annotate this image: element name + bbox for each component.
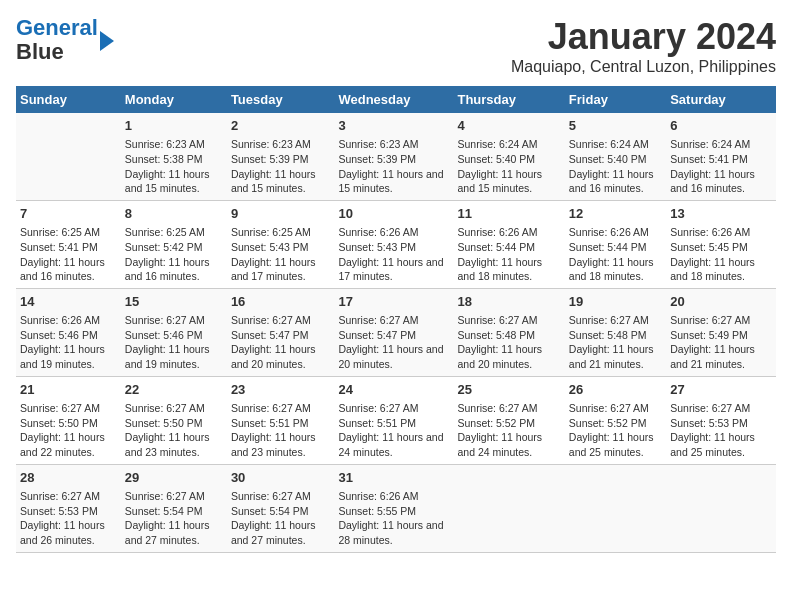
sunrise-text: Sunrise: 6:27 AM (457, 401, 560, 416)
day-number: 13 (670, 205, 772, 223)
sunrise-text: Sunrise: 6:25 AM (125, 225, 223, 240)
day-info: Sunrise: 6:27 AM Sunset: 5:48 PM Dayligh… (569, 313, 662, 372)
daylight-text: Daylight: 11 hours and 15 minutes. (125, 167, 223, 196)
sunset-text: Sunset: 5:39 PM (338, 152, 449, 167)
daylight-text: Daylight: 11 hours and 20 minutes. (457, 342, 560, 371)
sunrise-text: Sunrise: 6:27 AM (125, 401, 223, 416)
calendar-cell: 29 Sunrise: 6:27 AM Sunset: 5:54 PM Dayl… (121, 464, 227, 552)
sunset-text: Sunset: 5:47 PM (338, 328, 449, 343)
day-number: 6 (670, 117, 772, 135)
sunset-text: Sunset: 5:54 PM (231, 504, 331, 519)
sunrise-text: Sunrise: 6:24 AM (670, 137, 772, 152)
daylight-text: Daylight: 11 hours and 25 minutes. (569, 430, 662, 459)
day-number: 20 (670, 293, 772, 311)
sunrise-text: Sunrise: 6:26 AM (338, 225, 449, 240)
daylight-text: Daylight: 11 hours and 24 minutes. (338, 430, 449, 459)
calendar-cell: 8 Sunrise: 6:25 AM Sunset: 5:42 PM Dayli… (121, 200, 227, 288)
day-info: Sunrise: 6:25 AM Sunset: 5:42 PM Dayligh… (125, 225, 223, 284)
sunrise-text: Sunrise: 6:25 AM (231, 225, 331, 240)
calendar-cell: 31 Sunrise: 6:26 AM Sunset: 5:55 PM Dayl… (334, 464, 453, 552)
day-number: 21 (20, 381, 117, 399)
day-number: 16 (231, 293, 331, 311)
day-info: Sunrise: 6:27 AM Sunset: 5:54 PM Dayligh… (231, 489, 331, 548)
daylight-text: Daylight: 11 hours and 20 minutes. (338, 342, 449, 371)
day-number: 3 (338, 117, 449, 135)
day-number: 9 (231, 205, 331, 223)
day-info: Sunrise: 6:25 AM Sunset: 5:43 PM Dayligh… (231, 225, 331, 284)
daylight-text: Daylight: 11 hours and 19 minutes. (125, 342, 223, 371)
sunset-text: Sunset: 5:39 PM (231, 152, 331, 167)
calendar-cell: 27 Sunrise: 6:27 AM Sunset: 5:53 PM Dayl… (666, 376, 776, 464)
sunrise-text: Sunrise: 6:27 AM (569, 313, 662, 328)
calendar-week-row: 21 Sunrise: 6:27 AM Sunset: 5:50 PM Dayl… (16, 376, 776, 464)
sunset-text: Sunset: 5:54 PM (125, 504, 223, 519)
logo-general: General (16, 15, 98, 40)
day-info: Sunrise: 6:26 AM Sunset: 5:44 PM Dayligh… (569, 225, 662, 284)
day-number: 11 (457, 205, 560, 223)
calendar-cell: 18 Sunrise: 6:27 AM Sunset: 5:48 PM Dayl… (453, 288, 564, 376)
daylight-text: Daylight: 11 hours and 19 minutes. (20, 342, 117, 371)
day-number: 17 (338, 293, 449, 311)
calendar-subtitle: Maquiapo, Central Luzon, Philippines (511, 58, 776, 76)
day-info: Sunrise: 6:26 AM Sunset: 5:46 PM Dayligh… (20, 313, 117, 372)
sunset-text: Sunset: 5:48 PM (457, 328, 560, 343)
logo: General Blue (16, 16, 114, 64)
day-number: 7 (20, 205, 117, 223)
header-sunday: Sunday (16, 86, 121, 113)
calendar-cell: 13 Sunrise: 6:26 AM Sunset: 5:45 PM Dayl… (666, 200, 776, 288)
sunset-text: Sunset: 5:42 PM (125, 240, 223, 255)
sunrise-text: Sunrise: 6:27 AM (569, 401, 662, 416)
calendar-cell: 6 Sunrise: 6:24 AM Sunset: 5:41 PM Dayli… (666, 113, 776, 200)
day-number: 27 (670, 381, 772, 399)
day-info: Sunrise: 6:27 AM Sunset: 5:47 PM Dayligh… (231, 313, 331, 372)
calendar-cell: 14 Sunrise: 6:26 AM Sunset: 5:46 PM Dayl… (16, 288, 121, 376)
page-header: General Blue January 2024 Maquiapo, Cent… (16, 16, 776, 76)
sunrise-text: Sunrise: 6:27 AM (231, 489, 331, 504)
sunset-text: Sunset: 5:51 PM (231, 416, 331, 431)
daylight-text: Daylight: 11 hours and 16 minutes. (569, 167, 662, 196)
calendar-cell: 11 Sunrise: 6:26 AM Sunset: 5:44 PM Dayl… (453, 200, 564, 288)
day-number: 10 (338, 205, 449, 223)
sunset-text: Sunset: 5:53 PM (670, 416, 772, 431)
calendar-week-row: 7 Sunrise: 6:25 AM Sunset: 5:41 PM Dayli… (16, 200, 776, 288)
day-number: 5 (569, 117, 662, 135)
calendar-cell: 25 Sunrise: 6:27 AM Sunset: 5:52 PM Dayl… (453, 376, 564, 464)
calendar-cell: 28 Sunrise: 6:27 AM Sunset: 5:53 PM Dayl… (16, 464, 121, 552)
header-wednesday: Wednesday (334, 86, 453, 113)
daylight-text: Daylight: 11 hours and 21 minutes. (670, 342, 772, 371)
sunset-text: Sunset: 5:51 PM (338, 416, 449, 431)
sunrise-text: Sunrise: 6:26 AM (20, 313, 117, 328)
sunset-text: Sunset: 5:46 PM (125, 328, 223, 343)
calendar-cell: 22 Sunrise: 6:27 AM Sunset: 5:50 PM Dayl… (121, 376, 227, 464)
header-thursday: Thursday (453, 86, 564, 113)
day-info: Sunrise: 6:23 AM Sunset: 5:39 PM Dayligh… (338, 137, 449, 196)
day-number: 14 (20, 293, 117, 311)
sunrise-text: Sunrise: 6:26 AM (457, 225, 560, 240)
sunset-text: Sunset: 5:41 PM (20, 240, 117, 255)
calendar-cell: 2 Sunrise: 6:23 AM Sunset: 5:39 PM Dayli… (227, 113, 335, 200)
day-info: Sunrise: 6:27 AM Sunset: 5:50 PM Dayligh… (20, 401, 117, 460)
calendar-cell: 16 Sunrise: 6:27 AM Sunset: 5:47 PM Dayl… (227, 288, 335, 376)
daylight-text: Daylight: 11 hours and 23 minutes. (231, 430, 331, 459)
day-info: Sunrise: 6:27 AM Sunset: 5:46 PM Dayligh… (125, 313, 223, 372)
calendar-week-row: 14 Sunrise: 6:26 AM Sunset: 5:46 PM Dayl… (16, 288, 776, 376)
day-info: Sunrise: 6:27 AM Sunset: 5:53 PM Dayligh… (20, 489, 117, 548)
sunrise-text: Sunrise: 6:27 AM (338, 401, 449, 416)
calendar-cell (16, 113, 121, 200)
sunrise-text: Sunrise: 6:23 AM (338, 137, 449, 152)
sunrise-text: Sunrise: 6:23 AM (125, 137, 223, 152)
day-info: Sunrise: 6:26 AM Sunset: 5:55 PM Dayligh… (338, 489, 449, 548)
day-info: Sunrise: 6:27 AM Sunset: 5:48 PM Dayligh… (457, 313, 560, 372)
calendar-week-row: 28 Sunrise: 6:27 AM Sunset: 5:53 PM Dayl… (16, 464, 776, 552)
sunset-text: Sunset: 5:53 PM (20, 504, 117, 519)
day-number: 25 (457, 381, 560, 399)
daylight-text: Daylight: 11 hours and 15 minutes. (457, 167, 560, 196)
daylight-text: Daylight: 11 hours and 27 minutes. (231, 518, 331, 547)
sunrise-text: Sunrise: 6:26 AM (670, 225, 772, 240)
calendar-cell: 17 Sunrise: 6:27 AM Sunset: 5:47 PM Dayl… (334, 288, 453, 376)
sunset-text: Sunset: 5:38 PM (125, 152, 223, 167)
daylight-text: Daylight: 11 hours and 27 minutes. (125, 518, 223, 547)
calendar-header-row: Sunday Monday Tuesday Wednesday Thursday… (16, 86, 776, 113)
day-info: Sunrise: 6:26 AM Sunset: 5:44 PM Dayligh… (457, 225, 560, 284)
day-number: 22 (125, 381, 223, 399)
